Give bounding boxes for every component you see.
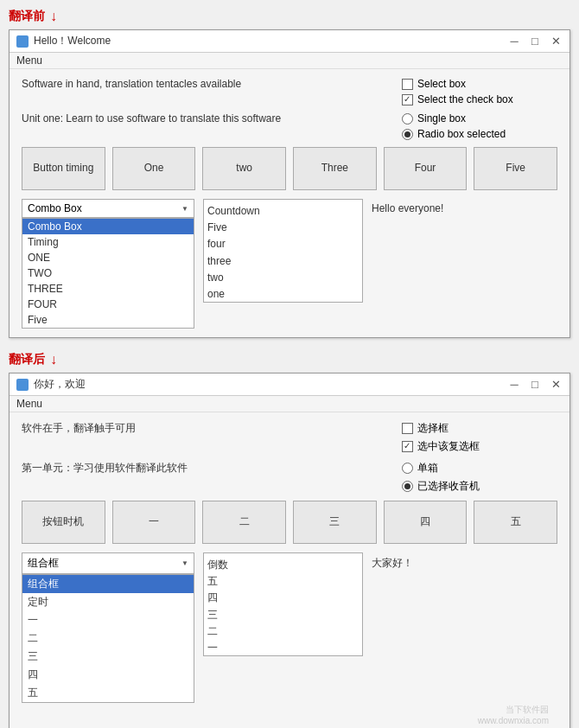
before-combo-dropdown: Combo Box Timing ONE TWO THREE FOUR Five — [22, 218, 194, 329]
before-checkbox1-item[interactable]: Select box — [402, 78, 557, 90]
before-checkbox2-label: Select the check box — [417, 93, 513, 105]
after-checkbox2-label: 选中该复选框 — [417, 439, 480, 454]
after-checkbox2-item[interactable]: 选中该复选框 — [402, 439, 557, 454]
before-list-item-2: four — [207, 236, 359, 252]
before-close-button[interactable]: ✕ — [549, 35, 563, 48]
after-bottom-row: 组合框 ▼ 组合框 定时 一 二 三 四 五 倒数 五 四 三 二 — [22, 552, 557, 703]
before-window-title: Hello！Welcome — [34, 34, 111, 48]
after-list-item-4: 二 — [207, 623, 359, 640]
after-minimize-button[interactable]: ─ — [507, 378, 521, 392]
after-window: 你好，欢迎 ─ □ ✕ Menu 软件在手，翻译触手可用 选择框 选中该复选框 — [9, 373, 570, 728]
before-label: 翻译前 ↓ — [9, 9, 570, 24]
after-arrow-icon: ↓ — [50, 352, 57, 367]
before-combo-box[interactable]: Combo Box ▼ — [22, 199, 194, 218]
after-combo-item-4[interactable]: 三 — [22, 648, 194, 666]
before-combo-item-4[interactable]: THREE — [22, 281, 194, 297]
after-maximize-button[interactable]: □ — [528, 378, 542, 392]
after-checkbox1-item[interactable]: 选择框 — [402, 421, 557, 436]
after-radio1-item[interactable]: 单箱 — [402, 461, 557, 476]
after-row1: 软件在手，翻译触手可用 选择框 选中该复选框 — [22, 421, 557, 454]
before-list-item-1: Five — [207, 220, 359, 236]
before-line2: Unit one: Learn to use software to trans… — [22, 112, 385, 125]
before-titlebar-controls: ─ □ ✕ — [507, 35, 563, 48]
before-radio1-item[interactable]: Single box — [402, 112, 557, 125]
before-menubar: Menu — [10, 53, 569, 69]
after-combo-box[interactable]: 组合框 ▼ — [22, 552, 194, 574]
after-radio2-label: 已选择收音机 — [417, 479, 480, 494]
after-combo-dropdown: 组合框 定时 一 二 三 四 五 — [22, 574, 194, 703]
after-hello-text: 大家好！ — [372, 552, 413, 571]
after-combo-container: 组合框 ▼ 组合框 定时 一 二 三 四 五 — [22, 552, 194, 703]
before-checkbox2-box[interactable] — [402, 94, 413, 105]
before-checkbox1-box[interactable] — [402, 79, 413, 90]
before-checkbox2-item[interactable]: Select the check box — [402, 93, 557, 105]
after-menubar: Menu — [10, 396, 569, 412]
before-list-item-0: Countdown — [207, 203, 359, 220]
before-combo-item-0[interactable]: Combo Box — [22, 219, 194, 234]
after-titlebar-left: 你好，欢迎 — [16, 377, 86, 392]
after-combo-item-1[interactable]: 定时 — [22, 593, 194, 611]
before-combo-item-5[interactable]: FOUR — [22, 297, 194, 312]
after-listbox[interactable]: 倒数 五 四 三 二 一 — [203, 552, 363, 656]
before-combo-item-1[interactable]: Timing — [22, 234, 194, 250]
before-radio2-circle[interactable] — [402, 129, 413, 140]
after-list-item-1: 五 — [207, 573, 359, 590]
after-combo-item-3[interactable]: 二 — [22, 629, 194, 648]
before-radio-group: Single box Radio box selected — [402, 112, 557, 140]
before-btn-5[interactable]: Five — [474, 147, 557, 190]
watermark-line1: 当下软件园 — [478, 704, 549, 716]
before-btn-1[interactable]: One — [112, 147, 196, 190]
before-radio1-circle[interactable] — [402, 113, 413, 125]
after-combo-item-6[interactable]: 五 — [22, 684, 194, 702]
after-btn-4[interactable]: 四 — [384, 501, 468, 544]
after-titlebar: 你好，欢迎 ─ □ ✕ — [10, 374, 569, 396]
before-maximize-button[interactable]: □ — [528, 35, 542, 48]
after-list-item-0: 倒数 — [207, 557, 359, 573]
after-titlebar-controls: ─ □ ✕ — [507, 378, 563, 392]
before-buttons-row: Button timing One two Three Four Five — [22, 147, 557, 190]
before-combo-item-3[interactable]: TWO — [22, 265, 194, 281]
before-combo-arrow-icon: ▼ — [181, 205, 188, 213]
before-hello-text: Hello everyone! — [372, 199, 443, 214]
after-radio1-label: 单箱 — [417, 461, 438, 476]
after-combo-item-5[interactable]: 四 — [22, 666, 194, 684]
watermark: 当下软件园 www.downxia.com — [478, 704, 549, 725]
before-combo-item-6[interactable]: Five — [22, 312, 194, 328]
after-radio2-circle[interactable] — [402, 481, 413, 492]
after-checkbox-group: 选择框 选中该复选框 — [402, 421, 557, 454]
before-combo-container: Combo Box ▼ Combo Box Timing ONE TWO THR… — [22, 199, 194, 329]
after-btn-0[interactable]: 按钮时机 — [22, 501, 105, 544]
before-btn-2[interactable]: two — [202, 147, 286, 190]
before-menu-label[interactable]: Menu — [16, 54, 42, 67]
after-checkbox2-box[interactable] — [402, 441, 413, 452]
before-label-text: 翻译前 — [9, 9, 45, 24]
after-btn-3[interactable]: 三 — [293, 501, 377, 544]
after-btn-2[interactable]: 二 — [202, 501, 286, 544]
after-line1: 软件在手，翻译触手可用 — [22, 421, 385, 436]
after-list-item-3: 三 — [207, 607, 359, 623]
before-titlebar-left: Hello！Welcome — [16, 34, 111, 48]
before-checkbox1-label: Select box — [417, 78, 466, 90]
after-list-item-5: 一 — [207, 640, 359, 656]
before-arrow-icon: ↓ — [50, 9, 57, 24]
before-btn-4[interactable]: Four — [384, 147, 468, 190]
after-menu-label[interactable]: Menu — [16, 398, 42, 410]
before-radio2-item[interactable]: Radio box selected — [402, 128, 557, 140]
before-combo-item-2[interactable]: ONE — [22, 250, 194, 265]
after-combo-item-0[interactable]: 组合框 — [22, 575, 194, 593]
before-titlebar: Hello！Welcome ─ □ ✕ — [10, 30, 569, 53]
after-checkbox1-box[interactable] — [402, 423, 413, 434]
after-close-button[interactable]: ✕ — [549, 378, 563, 392]
before-listbox[interactable]: Countdown Five four three two one — [203, 199, 363, 303]
before-minimize-button[interactable]: ─ — [507, 35, 521, 48]
after-combo-item-2[interactable]: 一 — [22, 611, 194, 629]
watermark-line2: www.downxia.com — [478, 716, 549, 725]
after-radio2-item[interactable]: 已选择收音机 — [402, 479, 557, 494]
after-btn-5[interactable]: 五 — [474, 501, 557, 544]
before-line1: Software in hand, translation tentacles … — [22, 78, 385, 90]
after-btn-1[interactable]: 一 — [112, 501, 196, 544]
after-radio1-circle[interactable] — [402, 463, 413, 474]
before-btn-0[interactable]: Button timing — [22, 147, 105, 190]
after-row2: 第一单元：学习使用软件翻译此软件 单箱 已选择收音机 — [22, 461, 557, 494]
before-btn-3[interactable]: Three — [293, 147, 377, 190]
